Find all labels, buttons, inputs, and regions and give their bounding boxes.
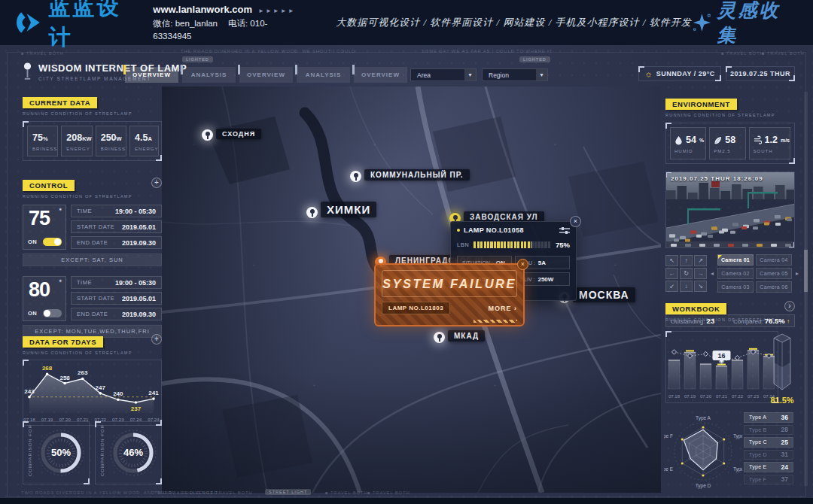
decor-text: ■ TRAVEL BOTH <box>721 51 764 56</box>
tab-overview[interactable]: OVERVIEW <box>354 67 407 83</box>
map-label[interactable]: ХИМКИ <box>321 202 376 217</box>
svg-text:Type A: Type A <box>696 415 711 421</box>
type-row[interactable]: Type A36 <box>744 412 793 423</box>
dpad-key-5[interactable]: → <box>694 268 707 279</box>
region-select[interactable]: Region▼ <box>482 68 548 81</box>
brightness-bar[interactable] <box>473 241 551 248</box>
leaf-icon <box>714 135 722 145</box>
radar-chart: Type AType BType CType DType EType F <box>664 409 742 490</box>
svg-text:Type D: Type D <box>696 483 711 489</box>
panel-subtitle: RUNNING CONDITION OF STREETLAMP <box>23 194 162 199</box>
more-button[interactable]: MORE › <box>488 305 517 312</box>
camera-button-5[interactable]: Camera 05 <box>756 268 792 279</box>
close-icon[interactable]: × <box>517 259 528 270</box>
map-label[interactable]: КОММУНАЛЬНЫЙ ПР. <box>364 169 470 181</box>
schedule-row[interactable]: END DATE2019.09.30 <box>71 308 162 320</box>
panel-subtitle: RUNNING CONDITION OF STREETLAMP <box>665 113 795 117</box>
svg-text:241: 241 <box>148 390 159 396</box>
map-label[interactable]: МОСКВА <box>573 287 635 302</box>
weather-text: SUNNDAY / 29°C <box>656 70 715 77</box>
tab-analysis[interactable]: ANALYSIS <box>182 67 236 83</box>
panel-subtitle: RUNNING CONDITION OF STREETLAMP <box>23 111 162 116</box>
map-pin-white[interactable] <box>306 207 318 218</box>
camera-timestamp: 2019.07.25 THUR 18:26:09 <box>671 175 763 182</box>
panel-control: CONTROL + RUNNING CONDITION OF STREETLAM… <box>23 178 162 338</box>
dpad-key-0[interactable]: ↖ <box>665 255 678 266</box>
arrow-up-icon: ↑ <box>787 318 790 325</box>
dashboard: ■ TRAVEL BOTHTHE ROADS DIVERGED IN A YEL… <box>0 45 813 504</box>
collect-label[interactable]: 灵感收集 <box>717 0 798 47</box>
seven-days-chart: 24307.1826807.1925807.2026307.2124707.22… <box>23 360 162 426</box>
schedule-row[interactable]: TIME19:00 - 05:30 <box>71 276 162 289</box>
dpad-key-6[interactable]: ↙ <box>665 281 678 292</box>
lamp-toggle[interactable] <box>43 309 62 317</box>
workbook-stats: Outstanding: 23 Compared: 76.5% ↑ <box>665 314 795 327</box>
panel-7days: DATA FOR 7DAYS + RUNNING CONDITION OF ST… <box>23 334 162 426</box>
lamp-id: LAMP NO.L01058 <box>464 226 556 234</box>
camera-button-6[interactable]: Camera 06 <box>756 281 792 293</box>
type-row[interactable]: Type E24 <box>744 462 793 472</box>
top-banner: 蓝蓝设计 www.lanlanwork.com►►►►► 微信: ben_lan… <box>0 0 813 45</box>
dpad-key-3[interactable]: ← <box>665 268 678 279</box>
camera-button-4[interactable]: Camera 04 <box>756 254 792 266</box>
svg-text:263: 263 <box>78 369 88 376</box>
type-row[interactable]: Type C25 <box>744 437 793 448</box>
camera-button-3[interactable]: Camera 03 <box>717 281 754 293</box>
schedule-row[interactable]: START DATE2019.05.01 <box>71 292 162 305</box>
panel-badge: CONTROL <box>23 180 75 191</box>
svg-text:07.18: 07.18 <box>668 394 681 399</box>
area-select[interactable]: Area▼ <box>410 68 477 81</box>
droplet-icon <box>674 135 683 145</box>
workbook-total: 81.5% <box>768 396 796 405</box>
outstanding-value: 23 <box>707 317 715 325</box>
camera-controls: ↖↑↗←↻→↙↓↘ ◂ Camera 01Camera 02Camera 03C… <box>665 254 795 293</box>
schedule-row[interactable]: TIME19:00 - 05:30 <box>71 205 162 217</box>
tab-overview[interactable]: OVERVIEW <box>239 67 293 83</box>
camera-button-2[interactable]: Camera 02 <box>717 268 754 279</box>
map-pin-white[interactable] <box>434 332 445 343</box>
svg-text:07.21: 07.21 <box>716 394 728 399</box>
add-schedule-button[interactable]: + <box>151 178 162 188</box>
map-pin-white[interactable] <box>202 129 213 141</box>
dpad-key-1[interactable]: ↑ <box>680 255 693 266</box>
panel-badge: WORKBOOK <box>665 303 726 314</box>
camera-feed[interactable]: 2019.07.25 THUR 18:26:09 <box>665 172 795 248</box>
next-camera-button[interactable]: ▸ <box>796 270 799 277</box>
svg-text:COMPARISON FOR: COMPARISON FOR <box>100 424 105 476</box>
tab-overview[interactable]: OVERVIEW <box>125 67 178 83</box>
map-label[interactable]: МКАД <box>448 330 485 342</box>
city-map[interactable]: ++++++++ СХОДНЯКОММУНАЛЬНЫЙ ПР.ХИМКИЗАВО… <box>162 87 661 493</box>
close-icon[interactable]: × <box>570 216 581 227</box>
schedule-row[interactable]: START DATE2019.05.01 <box>71 220 162 233</box>
type-list: Type A36Type B28Type C25Type D31Type E24… <box>744 412 793 484</box>
dpad-key-8[interactable]: ↘ <box>694 281 707 292</box>
svg-text:258: 258 <box>59 375 70 381</box>
camera-button-1[interactable]: Camera 01 <box>717 254 754 266</box>
prev-camera-button[interactable]: ◂ <box>711 270 714 277</box>
panel-badge: CURRENT DATA <box>23 97 97 108</box>
dpad-key-7[interactable]: ↓ <box>680 281 693 292</box>
dpad-key-4[interactable]: ↻ <box>680 268 693 279</box>
brand-name: 蓝蓝设计 <box>48 0 141 53</box>
tab-analysis[interactable]: ANALYSIS <box>297 67 350 83</box>
lamp-toggle[interactable] <box>43 238 62 246</box>
type-row[interactable]: Type D31 <box>744 450 793 460</box>
map-pin-white[interactable] <box>350 171 361 182</box>
vertical-scrollbar[interactable] <box>804 92 808 486</box>
nav-tabs: OVERVIEWANALYSISOVERVIEWANALYSISOVERVIEW <box>125 67 407 83</box>
type-row[interactable]: Type F37 <box>744 475 793 485</box>
chevron-down-icon[interactable]: ▼ <box>464 69 476 80</box>
schedule-row[interactable]: END DATE2019.09.30 <box>71 236 162 249</box>
expand-chart-button[interactable]: + <box>151 334 162 345</box>
website-link[interactable]: www.lanlanwork.com <box>153 4 252 15</box>
type-row[interactable]: Type B28 <box>744 425 793 436</box>
map-label[interactable]: СХОДНЯ <box>216 129 261 139</box>
camera-buttons: Camera 01Camera 02Camera 03Camera 04Came… <box>717 254 792 293</box>
dpad-key-2[interactable]: ↗ <box>694 255 707 266</box>
chevron-down-icon[interactable]: ▼ <box>536 69 547 80</box>
wind-icon <box>754 135 762 145</box>
sliders-icon[interactable] <box>559 226 570 234</box>
next-page-button[interactable]: › <box>784 301 795 311</box>
brand-logo: 蓝蓝设计 <box>15 0 141 53</box>
scrollbar-handle[interactable] <box>804 250 808 292</box>
